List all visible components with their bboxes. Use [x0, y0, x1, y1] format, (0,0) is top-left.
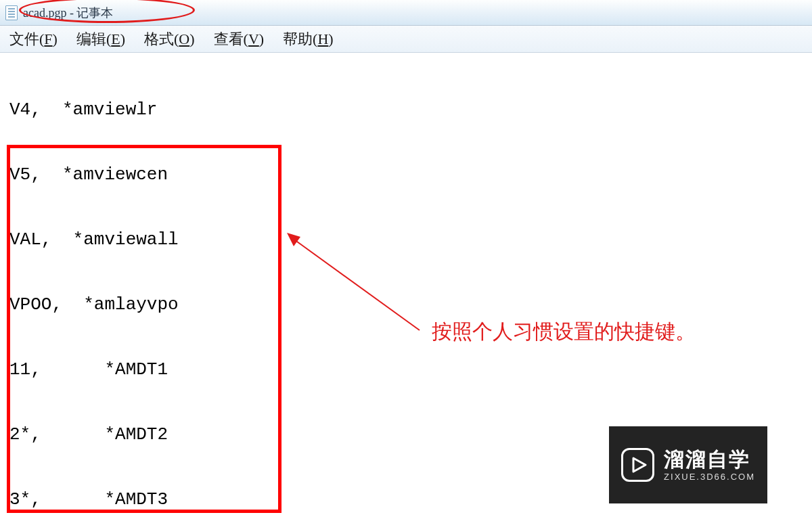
notepad-document-icon [5, 5, 18, 20]
menu-edit-accel: E [111, 30, 120, 47]
menu-help-accel: H [317, 30, 328, 47]
watermark-title: 溜溜自学 [664, 447, 755, 472]
menu-view[interactable]: 查看(V) [214, 29, 265, 49]
watermark-play-icon [621, 448, 654, 482]
menu-file-label: 文件 [9, 30, 39, 47]
menu-file-accel: F [44, 30, 52, 47]
menu-help-label: 帮助 [283, 30, 313, 47]
menu-edit-label: 编辑 [76, 30, 106, 47]
watermark-subtitle: ZIXUE.3D66.COM [664, 472, 755, 482]
menubar: 文件(F) 编辑(E) 格式(O) 查看(V) 帮助(H) [0, 26, 812, 53]
menu-format-accel: O [179, 30, 189, 47]
text-line: VAL, *amviewall [9, 229, 812, 250]
menu-format-label: 格式 [144, 30, 174, 47]
watermark-text: 溜溜自学 ZIXUE.3D66.COM [664, 447, 755, 482]
menu-format[interactable]: 格式(O) [144, 29, 195, 49]
menu-file[interactable]: 文件(F) [9, 29, 58, 49]
menu-view-accel: V [248, 30, 259, 47]
window-title: acad.pgp - 记事本 [23, 5, 113, 21]
text-line: VPOO, *amlayvpo [9, 294, 812, 315]
menu-help[interactable]: 帮助(H) [283, 29, 334, 49]
menu-edit[interactable]: 编辑(E) [76, 29, 125, 49]
watermark: 溜溜自学 ZIXUE.3D66.COM [609, 426, 767, 503]
text-line: 11, *AMDT1 [9, 359, 812, 380]
titlebar: acad.pgp - 记事本 [0, 0, 812, 26]
menu-view-label: 查看 [214, 30, 244, 47]
svg-marker-2 [633, 458, 646, 472]
text-line: V5, *amviewcen [9, 164, 812, 185]
text-line: V4, *amviewlr [9, 99, 812, 120]
annotation-text: 按照个人习惯设置的快捷键。 [432, 318, 696, 346]
